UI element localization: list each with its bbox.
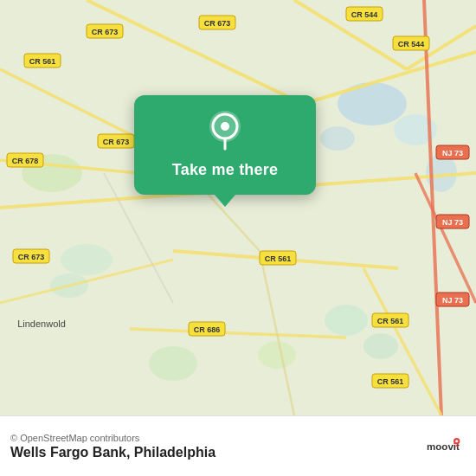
- svg-text:CR 561: CR 561: [29, 57, 56, 66]
- svg-text:CR 678: CR 678: [12, 157, 39, 165]
- svg-text:NJ 73: NJ 73: [442, 296, 463, 305]
- map-popup[interactable]: Take me there: [134, 95, 316, 195]
- svg-text:CR 561: CR 561: [377, 317, 404, 325]
- svg-text:CR 544: CR 544: [398, 40, 425, 48]
- svg-text:CR 673: CR 673: [103, 138, 130, 146]
- svg-text:CR 673: CR 673: [92, 28, 119, 36]
- svg-text:CR 561: CR 561: [377, 377, 404, 386]
- svg-point-8: [363, 333, 398, 359]
- bottom-bar: © OpenStreetMap contributors Wells Fargo…: [0, 415, 476, 476]
- svg-rect-0: [0, 0, 476, 415]
- svg-point-11: [258, 341, 296, 369]
- svg-text:CR 686: CR 686: [194, 325, 221, 334]
- bottom-info: © OpenStreetMap contributors Wells Fargo…: [10, 433, 215, 460]
- svg-text:CR 673: CR 673: [204, 19, 231, 28]
- moovit-logo: moovit: [426, 428, 462, 465]
- map-view: CR 673 CR 673 CR 544 CR 544 CR 561 CR 67…: [0, 0, 476, 415]
- svg-text:NJ 73: NJ 73: [442, 149, 463, 158]
- svg-text:CR 673: CR 673: [18, 253, 45, 261]
- svg-point-7: [325, 305, 368, 336]
- popup-icon-area: [190, 95, 261, 156]
- svg-text:NJ 73: NJ 73: [442, 218, 463, 227]
- svg-text:Lindenwold: Lindenwold: [17, 318, 66, 329]
- svg-point-3: [320, 126, 355, 151]
- svg-point-65: [455, 440, 458, 442]
- svg-point-10: [149, 346, 197, 381]
- place-name: Wells Fargo Bank, Philadelphia: [10, 445, 215, 460]
- svg-point-62: [221, 122, 229, 131]
- svg-text:CR 561: CR 561: [265, 254, 292, 263]
- svg-text:CR 544: CR 544: [351, 10, 378, 19]
- osm-credit: © OpenStreetMap contributors: [10, 433, 215, 443]
- svg-point-5: [61, 244, 113, 275]
- location-pin-icon: [205, 111, 245, 151]
- take-me-there-button[interactable]: Take me there: [157, 156, 293, 195]
